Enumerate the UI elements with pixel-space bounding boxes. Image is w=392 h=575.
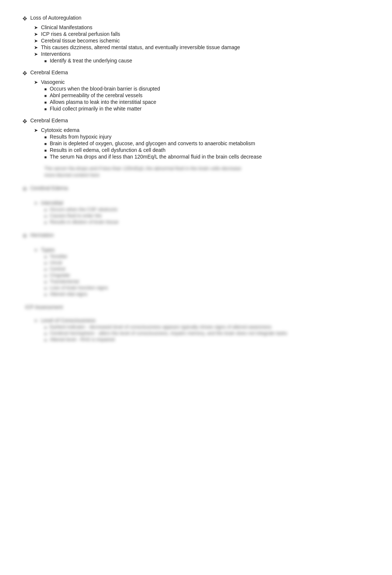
level2-item: ➤ Vasogenic xyxy=(34,79,370,85)
diamond-bullet-icon: ❖ xyxy=(22,118,27,125)
arrow-bullet-icon: ➤ xyxy=(34,31,38,37)
level3-list: ■ Occurs when the blood-brain barrier is… xyxy=(44,86,370,112)
blurred-level3-item: ■Altered vital signs xyxy=(44,291,370,297)
level3-label: Brain is depleted of oxygen, glucose, an… xyxy=(50,140,255,146)
level3-label: Abnl permeability of the cerebral vessel… xyxy=(50,92,142,98)
level2-item: ➤ Interventions xyxy=(34,51,370,57)
level3-label: Allows plasma to leak into the interstit… xyxy=(50,99,157,105)
blurred-level1-icp: ICP Assessment xyxy=(22,304,370,310)
level2-list: ➤ Clinical Manifestations ➤ ICP rises & … xyxy=(34,24,370,64)
arrow-bullet-icon: ➤ xyxy=(34,45,38,50)
level3-item: ■ Brain is depleted of oxygen, glucose, … xyxy=(44,140,370,146)
level3-item: ■ Fluid collect primarily in the white m… xyxy=(44,106,370,112)
level2-label: Vasogenic xyxy=(41,79,65,85)
square-bullet-icon: ■ xyxy=(44,142,47,146)
section-cerebral-edema-vasogenic: ❖ Cerebral Edema ➤ Vasogenic ■ Occurs wh… xyxy=(22,69,370,112)
arrow-bullet-icon: ➤ xyxy=(34,51,38,57)
blurred-level3-item: ■Loss of brain function signs xyxy=(44,285,370,290)
level3-item: ■ Abnl permeability of the cerebral vess… xyxy=(44,92,370,98)
level2-list: ➤ Cytotoxic edema ■ Results from hypoxic… xyxy=(34,127,370,160)
square-bullet-icon: ■ xyxy=(44,100,47,105)
level3-label: The serum Na drops and if less than 120m… xyxy=(50,154,262,160)
level3-item: ■ Identify & treat the underlying cause xyxy=(44,58,370,64)
blurred-level3-item: ■ Causes fluid to enter the xyxy=(44,213,370,218)
level2-label: This causes dizziness, altered mental st… xyxy=(41,44,240,50)
section-title: Cerebral Edema xyxy=(30,118,68,123)
blurred-level3-item: ■Cerebral hemisphere - alters the level … xyxy=(44,330,370,336)
level3-label: Results from hypoxic injury xyxy=(50,134,111,140)
level2-item: ➤ Cytotoxic edema xyxy=(34,127,370,133)
blurred-level3-item: ■Earliest indicator - decreased level of… xyxy=(44,324,370,330)
level2-item: ➤ Clinical Manifestations xyxy=(34,24,370,30)
blurred-section-herniation: ❖ Herniation ➤ Types ■Tonsillar ■Uncal ■… xyxy=(22,232,370,297)
level3-list: ■ Results from hypoxic injury ■ Brain is… xyxy=(44,134,370,160)
square-bullet-icon: ■ xyxy=(44,87,47,91)
blurred-level3-item: ■Uncal xyxy=(44,260,370,265)
level2-list: ➤ Vasogenic ■ Occurs when the blood-brai… xyxy=(34,79,370,112)
blurred-section-interstitial: ❖ Cerebral Edema ➤ Interstitial ■ Occurs… xyxy=(22,185,370,225)
square-bullet-icon: ■ xyxy=(44,59,47,63)
level3-label: Occurs when the blood-brain barrier is d… xyxy=(50,86,160,92)
level2-label: Clinical Manifestations xyxy=(41,24,92,30)
level3-label: Fluid collect primarily in the white mat… xyxy=(50,106,142,112)
level3-item: ■ Occurs when the blood-brain barrier is… xyxy=(44,86,370,92)
level3-label: Identify & treat the underlying cause xyxy=(50,58,132,64)
level3-label: Results in cell edema, cell dysfunction … xyxy=(50,147,166,153)
blurred-level3-item: ■Central xyxy=(44,266,370,272)
square-bullet-icon: ■ xyxy=(44,107,47,111)
blurred-section-icp-assessment: ICP Assessment ➤ Level of Consciousness … xyxy=(22,304,370,342)
level2-item: ➤ Cerebral tissue becomes ischemic xyxy=(34,38,370,44)
level3-item: ■ Allows plasma to leak into the interst… xyxy=(44,99,370,105)
blurred-level1-item: ❖ Cerebral Edema xyxy=(22,185,370,193)
blurred-level3-item: ■Transtentorial xyxy=(44,279,370,284)
level1-item: ❖ Loss of Autoregulation xyxy=(22,15,370,22)
blurred-level1-herniation: ❖ Herniation xyxy=(22,232,370,239)
level2-item: ➤ ICP rises & cerebral perfusion falls xyxy=(34,31,370,37)
arrow-bullet-icon: ➤ xyxy=(34,38,38,44)
level2-item: ➤ This causes dizziness, altered mental … xyxy=(34,44,370,50)
level3-item: ■ Results in cell edema, cell dysfunctio… xyxy=(44,147,370,153)
diamond-bullet-icon: ❖ xyxy=(22,15,27,22)
section-cerebral-edema-cytotoxic: ❖ Cerebral Edema ➤ Cytotoxic edema ■ Res… xyxy=(22,118,370,160)
level2-label: Cerebral tissue becomes ischemic xyxy=(41,38,120,44)
blurred-level2-item: ➤ Types xyxy=(34,247,370,253)
level3-item: ■ The serum Na drops and if less than 12… xyxy=(44,154,370,160)
blurred-level2-item: ➤ Level of Consciousness xyxy=(34,317,370,323)
blurred-level2-item: ➤ Interstitial xyxy=(34,200,370,206)
blurred-level3-item: ■ Results in dilution of brain tissue xyxy=(44,219,370,225)
section-title: Loss of Autoregulation xyxy=(30,15,82,21)
level1-item: ❖ Cerebral Edema xyxy=(22,118,370,125)
blurred-level3-item: ■ Occurs when the CSF obstructs xyxy=(44,207,370,212)
square-bullet-icon: ■ xyxy=(44,155,47,159)
level3-item: ■ Results from hypoxic injury xyxy=(44,134,370,140)
level2-label: ICP rises & cerebral perfusion falls xyxy=(41,31,120,37)
section-loss-autoregulation: ❖ Loss of Autoregulation ➤ Clinical Mani… xyxy=(22,15,370,64)
level3-list: ■ Identify & treat the underlying cause xyxy=(44,58,370,64)
square-bullet-icon: ■ xyxy=(44,148,47,153)
blurred-level3-item: ■Tonsillar xyxy=(44,254,370,259)
arrow-bullet-icon: ➤ xyxy=(34,79,38,85)
square-bullet-icon: ■ xyxy=(44,93,47,98)
arrow-bullet-icon: ➤ xyxy=(34,25,38,30)
section-title: Cerebral Edema xyxy=(30,69,68,75)
level2-label: Cytotoxic edema xyxy=(41,127,79,133)
arrow-bullet-icon: ➤ xyxy=(34,127,38,133)
square-bullet-icon: ■ xyxy=(44,135,47,139)
blurred-level3-item: ■Altered level - RAS is impaired xyxy=(44,337,370,342)
diamond-bullet-icon: ❖ xyxy=(22,70,27,77)
document-content: ❖ Loss of Autoregulation ➤ Clinical Mani… xyxy=(22,15,370,342)
level2-label: Interventions xyxy=(41,51,71,57)
level1-item: ❖ Cerebral Edema xyxy=(22,69,370,77)
blurred-cytotoxic-continuation: The serum Na drops and if less than 120m… xyxy=(44,166,370,178)
blurred-level3-item: ■Cingulate xyxy=(44,272,370,278)
